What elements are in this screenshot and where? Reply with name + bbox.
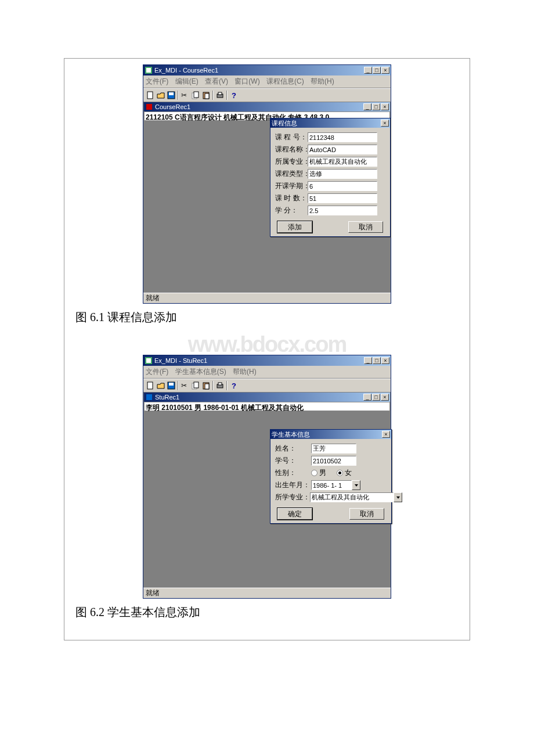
child-max[interactable]: □ <box>372 103 380 110</box>
mdi-client: StuRec1 _ □ × 李明 21010501 男 1986-01-01 机… <box>143 392 391 588</box>
svg-rect-27 <box>146 394 152 400</box>
lbl-birth: 出生年月： <box>275 480 311 490</box>
gray-area <box>143 412 391 429</box>
lbl-name: 姓名： <box>275 444 311 453</box>
minimize-button[interactable]: _ <box>364 67 372 74</box>
gray-area <box>143 237 391 293</box>
child-min[interactable]: _ <box>363 394 371 401</box>
lbl-stu-no: 学号： <box>275 456 311 466</box>
input-name[interactable] <box>311 444 356 453</box>
save-icon[interactable] <box>166 90 176 100</box>
dialog-close[interactable]: × <box>382 431 390 438</box>
figure-6-1: Ex_MDI - CourseRec1 _ □ × 文件(F) 编辑(E) 查看… <box>143 64 391 304</box>
input-birth[interactable] <box>311 480 352 490</box>
major-dropdown-icon[interactable] <box>394 492 402 502</box>
toolbar: ✂ ? <box>143 88 391 102</box>
print-icon[interactable] <box>215 90 225 100</box>
toolbar: ✂ ? <box>143 379 391 392</box>
svg-rect-9 <box>205 93 209 99</box>
app-icon <box>145 357 153 365</box>
input-type[interactable] <box>308 169 377 179</box>
app-icon <box>145 66 153 74</box>
menu-file[interactable]: 文件(F) <box>146 77 168 85</box>
menu-course[interactable]: 课程信息(C) <box>266 77 304 85</box>
child-close[interactable]: × <box>381 103 389 110</box>
menu-file[interactable]: 文件(F) <box>146 368 168 376</box>
menu-help[interactable]: 帮助(H) <box>233 368 257 376</box>
print-icon[interactable] <box>215 380 225 391</box>
caption-6-2: 图 6.2 学生基本信息添加 <box>75 604 461 620</box>
cut-icon[interactable]: ✂ <box>180 380 190 391</box>
maximize-button[interactable]: □ <box>373 67 381 74</box>
status-bar: 就绪 <box>143 293 391 303</box>
lbl-term: 开课学期： <box>275 181 308 191</box>
svg-rect-13 <box>146 104 152 110</box>
child-min[interactable]: _ <box>363 103 371 110</box>
save-icon[interactable] <box>166 380 176 391</box>
dialog-title: 学生基本信息 <box>272 430 310 439</box>
mdi-child-student: StuRec1 _ □ × 李明 21010501 男 1986-01-01 机… <box>143 392 391 412</box>
copy-icon[interactable] <box>190 380 201 391</box>
window-title: Ex_MDI - StuRec1 <box>154 357 364 364</box>
status-text: 就绪 <box>146 588 160 598</box>
course-dialog: 课程信息 × 课 程 号： 课程名称： 所属专业： 课程类型： 开课学期： 课 … <box>270 118 391 237</box>
menu-student[interactable]: 学生基本信息(S) <box>175 368 226 376</box>
paste-icon[interactable] <box>201 90 211 100</box>
input-hours[interactable] <box>308 193 377 203</box>
help-icon[interactable]: ? <box>229 380 239 391</box>
label-male: 男 <box>319 468 326 478</box>
child-title: StuRec1 _ □ × <box>144 393 390 402</box>
title-bar-1: Ex_MDI - CourseRec1 _ □ × <box>143 65 391 75</box>
main-window-2: Ex_MDI - StuRec1 _ □ × 文件(F) 学生基本信息(S) 帮… <box>143 355 391 599</box>
menu-view[interactable]: 查看(V) <box>205 77 228 85</box>
maximize-button[interactable]: □ <box>373 357 381 364</box>
radio-female[interactable] <box>337 470 343 476</box>
svg-rect-18 <box>169 383 174 386</box>
watermark: www.bdocx.com <box>73 332 461 357</box>
input-major[interactable] <box>310 492 394 502</box>
input-credit[interactable] <box>308 206 377 215</box>
status-text: 就绪 <box>146 293 160 303</box>
menu-edit[interactable]: 编辑(E) <box>175 77 199 85</box>
cancel-button[interactable]: 取消 <box>348 221 383 233</box>
svg-rect-1 <box>146 68 151 73</box>
new-icon[interactable] <box>145 90 156 100</box>
close-button[interactable]: × <box>381 67 389 74</box>
copy-icon[interactable] <box>190 90 201 100</box>
input-major[interactable] <box>308 157 377 167</box>
menu-help[interactable]: 帮助(H) <box>311 77 334 85</box>
date-dropdown-icon[interactable] <box>352 480 360 490</box>
dialog-close[interactable]: × <box>381 120 389 127</box>
lbl-course-name: 课程名称： <box>275 145 308 154</box>
ok-button[interactable]: 确定 <box>277 508 312 520</box>
input-stu-no[interactable] <box>311 456 356 466</box>
lbl-major: 所属专业： <box>275 157 308 167</box>
radio-male[interactable] <box>311 470 317 476</box>
doc-icon <box>145 103 153 111</box>
menu-window[interactable]: 窗口(W) <box>234 77 259 85</box>
help-icon[interactable]: ? <box>229 90 239 100</box>
svg-rect-21 <box>194 382 199 388</box>
minimize-button[interactable]: _ <box>364 357 372 364</box>
input-course-name[interactable] <box>308 145 377 154</box>
new-icon[interactable] <box>145 380 156 391</box>
add-button[interactable]: 添加 <box>277 221 312 233</box>
child-title: CourseRec1 _ □ × <box>144 102 390 111</box>
input-course-no[interactable] <box>308 132 377 142</box>
mdi-client: CourseRec1 _ □ × 2112105 C语言程序设计 机械工程及其自… <box>143 102 391 293</box>
dialog-title-bar: 课程信息 × <box>270 118 390 128</box>
paste-icon[interactable] <box>201 380 211 391</box>
label-female: 女 <box>345 468 352 478</box>
input-term[interactable] <box>308 181 377 191</box>
child-close[interactable]: × <box>381 394 389 401</box>
cut-icon[interactable]: ✂ <box>180 90 190 100</box>
open-icon[interactable] <box>156 380 166 391</box>
close-button[interactable]: × <box>381 357 389 364</box>
lbl-hours: 课 时 数： <box>275 193 308 203</box>
lbl-type: 课程类型： <box>275 169 308 179</box>
status-bar: 就绪 <box>143 588 391 598</box>
cancel-button[interactable]: 取消 <box>349 508 384 520</box>
svg-rect-23 <box>205 384 209 389</box>
open-icon[interactable] <box>156 90 166 100</box>
child-max[interactable]: □ <box>372 394 380 401</box>
